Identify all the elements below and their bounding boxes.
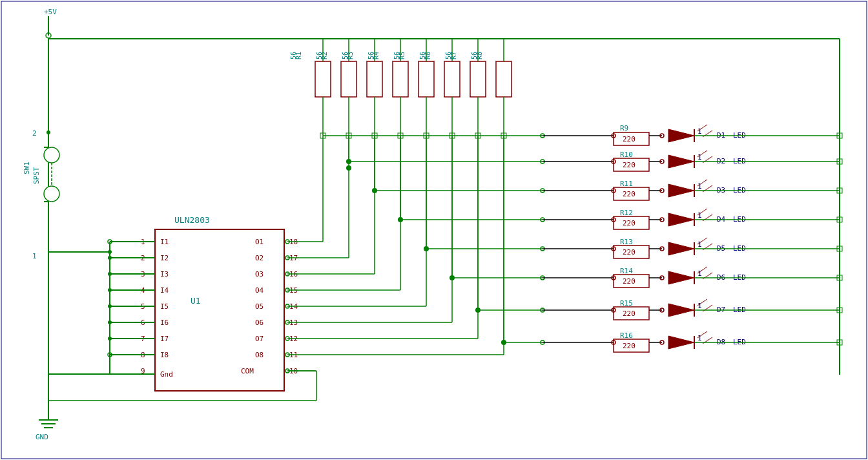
o4-label: O4 <box>255 286 264 295</box>
i5-label: I5 <box>160 302 169 311</box>
svg-point-10 <box>44 186 59 202</box>
r14-label: R14 <box>620 267 633 275</box>
r5-val: 56 <box>393 52 400 59</box>
r9-val: 220 <box>623 135 636 143</box>
r16-label: R16 <box>620 331 633 340</box>
ic-ref: U1 <box>191 296 201 306</box>
schematic-canvas: +5V GND SW1 SPST 2 1 ULN2803 U1 1 2 3 4 … <box>0 0 868 460</box>
r6-body <box>444 61 460 97</box>
ic-body <box>155 229 284 391</box>
r16-val: 220 <box>623 342 636 350</box>
r8-val: 56 <box>471 52 478 59</box>
ic-name: ULN2803 <box>174 215 210 225</box>
svg-point-85 <box>346 165 351 171</box>
r11-label: R11 <box>620 180 633 188</box>
o6-label: O6 <box>255 319 264 327</box>
r12-val: 220 <box>623 219 636 227</box>
r15-label: R15 <box>620 299 633 308</box>
i7-label: I7 <box>160 335 169 343</box>
sw1-pin2: 2 <box>32 129 37 138</box>
d4-pin1: 1 <box>698 211 702 220</box>
o1-label: O1 <box>255 238 264 246</box>
sw1-label: SW1 <box>23 162 31 174</box>
r1-body <box>315 61 331 97</box>
i3-label: I3 <box>160 270 169 278</box>
d8-pin1: 1 <box>698 334 702 342</box>
gnd-ic-label: Gnd <box>160 370 173 379</box>
svg-point-101 <box>424 246 429 251</box>
sw1-pin1: 1 <box>32 252 37 260</box>
r13-label: R13 <box>620 238 633 246</box>
d7-pin1: 1 <box>698 302 702 310</box>
r5-body <box>418 61 434 97</box>
svg-point-113 <box>501 340 506 345</box>
i6-label: I6 <box>160 319 169 327</box>
r12-label: R12 <box>620 209 633 217</box>
r3-body <box>367 61 382 97</box>
svg-point-13 <box>46 131 50 134</box>
i1-label: I1 <box>160 238 169 246</box>
o7-label: O7 <box>255 335 264 343</box>
svg-point-9 <box>44 147 59 163</box>
d3-pin1: 1 <box>698 182 702 191</box>
r11-val: 220 <box>623 190 636 198</box>
r1-val: 56 <box>290 52 297 59</box>
gnd-label: GND <box>36 433 48 441</box>
r7-body <box>470 61 486 97</box>
r13-val: 220 <box>623 248 636 256</box>
i8-label: I8 <box>160 351 169 359</box>
o5-label: O5 <box>255 302 264 311</box>
i2-label: I2 <box>160 254 169 262</box>
svg-point-93 <box>372 188 377 193</box>
d1-pin1: 1 <box>698 127 702 136</box>
com-label: COM <box>241 367 254 375</box>
r7-val: 56 <box>445 52 452 59</box>
sw1-type: SPST <box>32 167 41 184</box>
r8-body <box>496 61 512 97</box>
r14-val: 220 <box>623 277 636 286</box>
i4-label: I4 <box>160 286 169 295</box>
r15-val: 220 <box>623 309 636 318</box>
d6-pin1: 1 <box>698 269 702 278</box>
vcc-label: +5V <box>44 8 57 16</box>
r10-label: R10 <box>620 151 633 159</box>
r4-body <box>393 61 408 97</box>
o8-label: O8 <box>255 351 264 359</box>
o3-label: O3 <box>255 270 264 278</box>
r6-val: 56 <box>419 52 426 59</box>
r2-body <box>341 61 356 97</box>
svg-point-105 <box>450 275 455 280</box>
r3-val: 56 <box>342 52 349 59</box>
d5-pin1: 1 <box>698 240 702 249</box>
r2-val: 56 <box>316 52 323 59</box>
svg-point-109 <box>475 308 480 313</box>
d2-pin1: 1 <box>698 153 702 162</box>
r9-label: R9 <box>620 124 628 132</box>
r10-val: 220 <box>623 161 636 169</box>
r4-val: 56 <box>367 52 375 59</box>
svg-point-89 <box>346 159 351 164</box>
svg-point-37 <box>108 250 112 254</box>
svg-point-97 <box>398 217 403 222</box>
o2-label: O2 <box>255 254 264 262</box>
